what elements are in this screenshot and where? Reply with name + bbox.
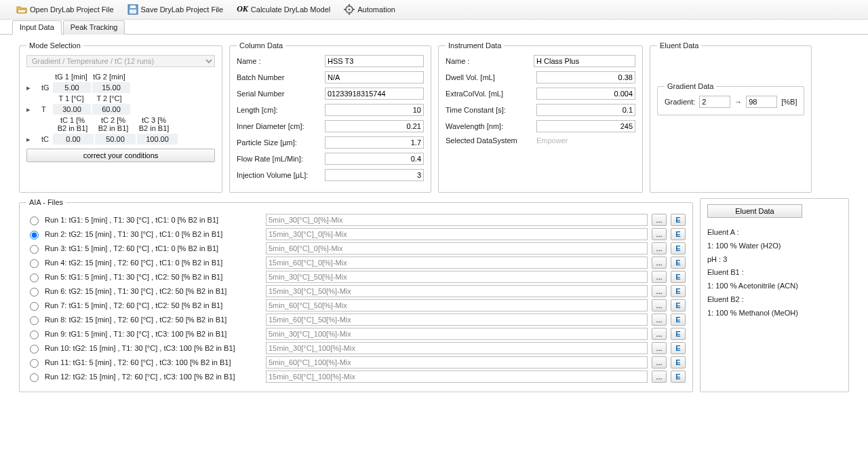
browse-button[interactable]: ... — [652, 242, 667, 254]
run-radio[interactable] — [30, 345, 39, 354]
expand-icon[interactable]: ▸ — [26, 135, 35, 144]
e-button[interactable]: E — [671, 356, 686, 368]
browse-button[interactable]: ... — [652, 371, 667, 383]
e-button[interactable]: E — [671, 328, 686, 340]
correct-conditions-button[interactable]: correct your conditions — [26, 149, 215, 162]
e-button[interactable]: E — [671, 342, 686, 354]
run-file-input[interactable] — [266, 342, 648, 354]
e-button[interactable]: E — [671, 371, 686, 383]
e-button[interactable]: E — [671, 214, 686, 226]
col-ps-input[interactable] — [325, 136, 424, 149]
e-button[interactable]: E — [671, 299, 686, 311]
col-iv-input[interactable] — [325, 169, 424, 181]
inst-name-label: Name : — [446, 57, 534, 65]
run-radio[interactable] — [30, 302, 39, 311]
automation-label: Automation — [357, 5, 395, 14]
tab-input-data[interactable]: Input Data — [12, 20, 62, 35]
eluent-summary-panel: Eluent Data Eluent A : 1: 100 % Water (H… — [700, 198, 849, 392]
eluent-a-label: Eluent A : — [707, 226, 842, 240]
run-file-input[interactable] — [266, 242, 648, 254]
browse-button[interactable]: ... — [652, 342, 667, 354]
browse-button[interactable]: ... — [652, 271, 667, 283]
col-length-input[interactable] — [325, 104, 424, 116]
run-radio[interactable] — [30, 288, 39, 297]
save-project-button[interactable]: Save DryLab Project File — [125, 3, 226, 16]
svg-point-4 — [349, 9, 351, 11]
automation-button[interactable]: Automation — [341, 3, 398, 16]
col-name-label: Name : — [237, 57, 325, 65]
run-radio[interactable] — [30, 259, 39, 268]
svg-rect-2 — [130, 10, 136, 14]
run-label: Run 8: tG2: 15 [min] , T2: 60 [°C] , tC2… — [45, 316, 262, 324]
eluent-data-button[interactable]: Eluent Data — [707, 204, 802, 218]
run-radio[interactable] — [30, 330, 39, 339]
save-project-label: Save DryLab Project File — [141, 5, 224, 14]
run-file-input[interactable] — [266, 314, 648, 326]
e-button[interactable]: E — [671, 228, 686, 240]
e-button[interactable]: E — [671, 271, 686, 283]
e-button[interactable]: E — [671, 242, 686, 254]
eluent-legend: Eluent Data — [657, 41, 701, 50]
col-fr-input[interactable] — [325, 153, 424, 165]
gradient-to-input[interactable] — [746, 96, 777, 108]
eluent-a-value: 1: 100 % Water (H2O) — [707, 240, 842, 253]
aia-run-row: Run 10: tG2: 15 [min] , T1: 30 [°C] , tC… — [26, 342, 686, 354]
tc1-value[interactable]: 0.00 — [53, 134, 94, 145]
inst-ds-value: Empower — [534, 136, 568, 145]
run-file-input[interactable] — [266, 299, 648, 311]
gear-icon — [344, 4, 355, 15]
t1-value[interactable]: 30.00 — [53, 104, 91, 115]
inst-dwell-label: Dwell Vol. [mL] — [446, 73, 534, 81]
run-file-input[interactable] — [266, 328, 648, 340]
browse-button[interactable]: ... — [652, 328, 667, 340]
run-radio[interactable] — [30, 231, 39, 240]
inst-name-input[interactable] — [534, 55, 635, 67]
open-project-button[interactable]: Open DryLab Project File — [14, 3, 117, 16]
calculate-button[interactable]: OK Calculate DryLab Model — [234, 3, 333, 16]
tg1-value[interactable]: 5.00 — [53, 82, 91, 93]
run-radio[interactable] — [30, 359, 39, 368]
col-serial-input[interactable] — [325, 88, 424, 100]
browse-button[interactable]: ... — [652, 356, 667, 368]
run-radio[interactable] — [30, 373, 39, 382]
run-label: Run 5: tG1: 5 [min] , T1: 30 [°C] , tC2:… — [45, 273, 262, 281]
expand-icon[interactable]: ▸ — [26, 83, 35, 92]
tab-peak-tracking[interactable]: Peak Tracking — [63, 20, 125, 35]
e-button[interactable]: E — [671, 257, 686, 269]
run-radio[interactable] — [30, 216, 39, 225]
browse-button[interactable]: ... — [652, 214, 667, 226]
run-file-input[interactable] — [266, 285, 648, 297]
gradient-from-input[interactable] — [699, 96, 730, 108]
tg2-value[interactable]: 15.00 — [92, 82, 130, 93]
mode-select[interactable]: Gradient / Temperature / tC (12 runs) — [26, 55, 215, 67]
inst-extra-input[interactable] — [536, 88, 635, 100]
e-button[interactable]: E — [671, 285, 686, 297]
inst-dwell-input[interactable] — [536, 71, 635, 83]
tg2-header: tG 2 [min] — [90, 71, 128, 82]
browse-button[interactable]: ... — [652, 314, 667, 326]
browse-button[interactable]: ... — [652, 228, 667, 240]
run-file-input[interactable] — [266, 257, 648, 269]
run-file-input[interactable] — [266, 356, 648, 368]
browse-button[interactable]: ... — [652, 299, 667, 311]
tc2-value[interactable]: 50.00 — [95, 134, 136, 145]
col-batch-input[interactable] — [325, 71, 424, 83]
browse-button[interactable]: ... — [652, 285, 667, 297]
col-id-input[interactable] — [325, 120, 424, 132]
tc3-value[interactable]: 100.00 — [137, 134, 178, 145]
inst-wl-input[interactable] — [536, 120, 635, 132]
run-file-input[interactable] — [266, 371, 648, 383]
t2-value[interactable]: 60.00 — [92, 104, 130, 115]
inst-tc-input[interactable] — [536, 104, 635, 116]
run-radio[interactable] — [30, 245, 39, 254]
e-button[interactable]: E — [671, 314, 686, 326]
col-name-input[interactable] — [325, 55, 424, 67]
run-label: Run 1: tG1: 5 [min] , T1: 30 [°C] , tC1:… — [45, 216, 262, 224]
browse-button[interactable]: ... — [652, 257, 667, 269]
run-file-input[interactable] — [266, 271, 648, 283]
expand-icon[interactable]: ▸ — [26, 105, 35, 114]
run-radio[interactable] — [30, 316, 39, 325]
run-file-input[interactable] — [266, 228, 648, 240]
run-radio[interactable] — [30, 273, 39, 282]
run-file-input[interactable] — [266, 214, 648, 226]
